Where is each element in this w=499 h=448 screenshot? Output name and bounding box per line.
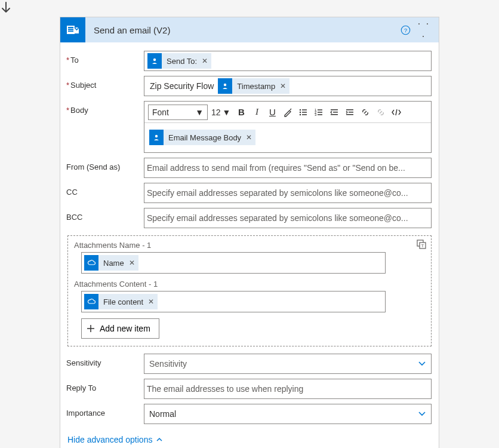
svg-rect-22 [331, 114, 338, 115]
label-to: *To [66, 51, 144, 65]
label-bcc: BCC [66, 208, 144, 222]
link-button[interactable] [358, 105, 372, 119]
subject-field[interactable]: Zip Security Flow Timestamp ✕ [144, 76, 432, 96]
svg-text:?: ? [404, 27, 407, 33]
body-field: Font ▼ 12 ▼ B I U 123 [144, 101, 432, 153]
onedrive-icon [84, 294, 98, 309]
bcc-input[interactable] [144, 209, 431, 227]
attachments-name-field[interactable]: Name ✕ [81, 252, 386, 274]
chevron-up-icon [156, 437, 163, 442]
svg-rect-23 [346, 109, 353, 111]
font-size-select[interactable]: 12 ▼ [209, 105, 233, 120]
label-cc: CC [66, 183, 144, 197]
outdent-button[interactable] [327, 105, 341, 119]
outlook-icon [60, 17, 85, 42]
chevron-down-icon [418, 411, 426, 417]
token-file-content[interactable]: File content ✕ [84, 294, 158, 309]
token-label: Name [103, 259, 124, 268]
svg-rect-15 [318, 109, 322, 111]
token-label: File content [103, 297, 143, 306]
token-name[interactable]: Name ✕ [84, 255, 138, 271]
italic-button[interactable]: I [250, 105, 264, 119]
sensitivity-placeholder: Sensitivity [149, 359, 187, 369]
label-from: From (Send as) [66, 158, 144, 171]
dynamic-content-icon [147, 53, 162, 69]
sensitivity-dropdown[interactable]: Sensitivity [144, 354, 432, 374]
token-send-to[interactable]: Send To: ✕ [147, 53, 211, 69]
card-title: Send an email (V2) [85, 25, 401, 35]
highlight-button[interactable] [281, 105, 295, 119]
token-remove-icon[interactable]: ✕ [129, 259, 135, 267]
rich-text-toolbar: Font ▼ 12 ▼ B I U 123 [144, 102, 431, 123]
token-label: Timestamp [237, 82, 275, 91]
svg-rect-13 [302, 114, 307, 115]
switch-array-icon[interactable]: T [417, 240, 426, 249]
svg-point-8 [300, 109, 301, 110]
numbered-list-button[interactable]: 123 [312, 105, 326, 119]
svg-point-7 [224, 84, 226, 86]
flow-arrow-down [0, 0, 499, 17]
bold-button[interactable]: B [234, 105, 248, 119]
attachments-content-field[interactable]: File content ✕ [81, 291, 386, 312]
from-field[interactable] [144, 158, 432, 178]
label-subject: *Subject [66, 76, 144, 90]
action-card-send-email: Send an email (V2) ? · · · *To Send To: … [60, 17, 439, 448]
more-options-icon[interactable]: · · · [416, 17, 432, 42]
token-remove-icon[interactable]: ✕ [280, 82, 286, 90]
chevron-down-icon [418, 361, 426, 367]
font-select[interactable]: Font ▼ [148, 105, 208, 120]
svg-rect-19 [318, 114, 322, 115]
svg-rect-1 [68, 27, 73, 28]
underline-button[interactable]: U [265, 105, 279, 119]
chevron-down-icon: ▼ [195, 108, 204, 117]
svg-rect-25 [346, 114, 353, 115]
bcc-field[interactable] [144, 208, 432, 228]
svg-rect-9 [302, 109, 307, 111]
from-input[interactable] [144, 159, 431, 177]
reply-to-field[interactable] [144, 379, 432, 399]
dynamic-content-icon [149, 130, 164, 145]
svg-point-10 [300, 111, 301, 112]
svg-rect-11 [302, 112, 307, 113]
svg-text:3: 3 [315, 113, 317, 116]
help-icon[interactable]: ? [401, 25, 416, 35]
svg-text:T: T [421, 243, 424, 248]
token-remove-icon[interactable]: ✕ [148, 297, 154, 306]
plus-icon [87, 324, 95, 333]
token-remove-icon[interactable]: ✕ [202, 57, 208, 65]
svg-rect-3 [68, 30, 73, 32]
attachments-group: T Attachments Name - 1 Name ✕ Attachment… [67, 235, 432, 346]
bullet-list-button[interactable] [296, 105, 310, 119]
hide-advanced-toggle[interactable]: Hide advanced options [60, 426, 170, 448]
svg-rect-17 [318, 112, 322, 113]
svg-point-6 [153, 59, 156, 61]
to-field[interactable]: Send To: ✕ [144, 51, 432, 71]
cc-field[interactable] [144, 183, 432, 203]
token-label: Email Message Body [168, 133, 241, 142]
importance-dropdown[interactable]: Normal [144, 404, 432, 424]
label-reply-to: Reply To [66, 379, 144, 392]
add-item-label: Add new item [100, 324, 150, 333]
indent-button[interactable] [343, 105, 357, 119]
subject-text: Zip Security Flow [150, 81, 214, 91]
add-new-item-button[interactable]: Add new item [81, 318, 159, 339]
reply-to-input[interactable] [144, 380, 431, 398]
label-importance: Importance [66, 404, 144, 418]
importance-value: Normal [149, 409, 176, 419]
svg-point-26 [155, 135, 158, 137]
token-timestamp[interactable]: Timestamp ✕ [218, 78, 289, 94]
svg-rect-20 [331, 109, 338, 111]
token-email-body[interactable]: Email Message Body ✕ [149, 130, 255, 145]
label-body: *Body [66, 101, 144, 115]
svg-rect-24 [349, 112, 353, 113]
cc-input[interactable] [144, 184, 431, 202]
code-view-button[interactable] [389, 105, 403, 119]
token-remove-icon[interactable]: ✕ [246, 133, 252, 142]
unlink-button[interactable] [374, 105, 388, 119]
card-header: Send an email (V2) ? · · · [60, 17, 439, 42]
body-editor[interactable]: Email Message Body ✕ [144, 125, 431, 152]
svg-point-12 [300, 113, 301, 115]
onedrive-icon [84, 255, 98, 271]
chevron-down-icon: ▼ [223, 108, 231, 117]
label-sensitivity: Sensitivity [66, 354, 144, 367]
